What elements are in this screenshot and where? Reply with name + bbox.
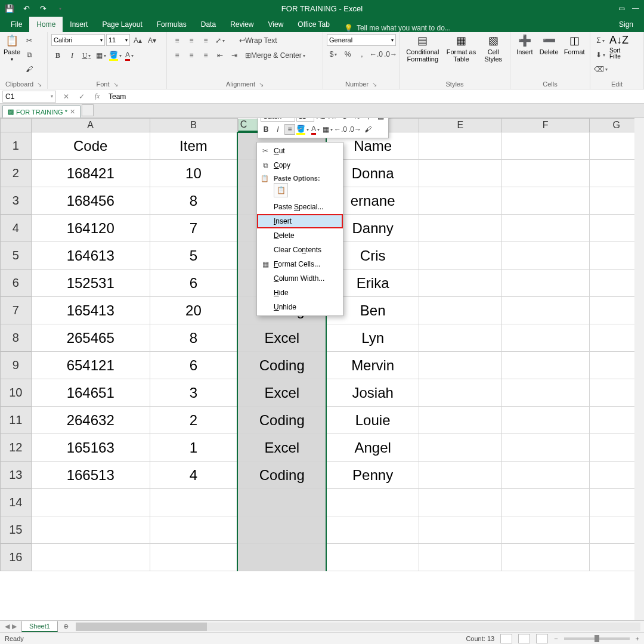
tell-me-search[interactable]: 💡 Tell me what you want to do... [344, 24, 451, 32]
mini-inc-decimal[interactable]: ←.0 [334, 124, 347, 135]
cell-D11[interactable]: Louie [326, 407, 419, 434]
cell-D14[interactable] [326, 489, 419, 516]
cell-C12[interactable]: Excel [237, 434, 326, 462]
qat-customize-dropdown[interactable] [52, 1, 67, 16]
cell-F7[interactable] [501, 297, 589, 324]
cell-C11[interactable]: Coding [237, 407, 326, 434]
mini-format-painter[interactable]: 🖌 [363, 124, 373, 135]
increase-font-button[interactable]: A▴ [131, 34, 144, 47]
undo-button[interactable]: ↶ [19, 1, 33, 16]
cell-D9[interactable]: Mervin [326, 352, 419, 379]
add-sheet-button[interactable]: ⊕ [60, 623, 72, 630]
format-as-table-button[interactable]: ▦Format as Table [445, 34, 478, 63]
cell-B6[interactable]: 6 [150, 270, 237, 297]
decrease-font-button[interactable]: A▾ [145, 34, 159, 47]
column-header-E[interactable]: E [419, 119, 502, 132]
cell-F6[interactable] [501, 270, 589, 297]
cell-B13[interactable]: 4 [150, 462, 237, 489]
tab-home[interactable]: Home [29, 17, 63, 32]
font-size-select[interactable]: 11▾ [106, 34, 130, 46]
cell-E8[interactable] [419, 324, 502, 352]
cell-F5[interactable] [501, 242, 589, 270]
mini-currency[interactable]: $ [339, 118, 350, 122]
mini-border[interactable]: ▦ [322, 124, 333, 135]
cell-A10[interactable]: 164651 [31, 379, 150, 407]
underline-button[interactable]: U [80, 49, 93, 62]
cell-D13[interactable]: Penny [326, 462, 419, 489]
cell-F13[interactable] [501, 462, 589, 489]
number-format-select[interactable]: General▾ [327, 34, 396, 46]
mini-increase-font[interactable]: A▴ [315, 118, 326, 122]
copy-button[interactable]: ⧉ [23, 48, 36, 61]
horizontal-scrollbar[interactable] [76, 623, 640, 631]
ctx-insert[interactable]: Insert [257, 214, 343, 228]
mini-font-color[interactable]: A [310, 124, 321, 135]
view-page-break-button[interactable] [536, 634, 548, 643]
sheet-tab-1[interactable]: Sheet1 [21, 621, 58, 632]
scrollbar-thumb[interactable] [76, 623, 207, 631]
cell-A4[interactable]: 164120 [31, 215, 150, 242]
font-color-button[interactable]: A [123, 49, 136, 62]
cell-F11[interactable] [501, 407, 589, 434]
cell-F15[interactable] [501, 516, 589, 544]
cell-C14[interactable] [237, 489, 326, 516]
align-top-button[interactable]: ≡ [171, 34, 184, 47]
cell-E7[interactable] [419, 297, 502, 324]
cell-F14[interactable] [501, 489, 589, 516]
cancel-formula-button[interactable]: ✕ [58, 92, 74, 101]
cell-B10[interactable]: 3 [150, 379, 237, 407]
autosum-button[interactable]: Σ [594, 34, 607, 47]
align-middle-button[interactable]: ≡ [185, 34, 198, 47]
mini-size-select[interactable]: 11▾ [296, 118, 314, 122]
cell-D12[interactable]: Angel [326, 434, 419, 462]
ctx-column-width[interactable]: Column Width... [257, 271, 343, 286]
mini-bold[interactable]: B [261, 124, 271, 135]
cell-C16[interactable] [237, 544, 326, 571]
row-header-16[interactable]: 16 [1, 544, 32, 571]
align-center-button[interactable]: ≡ [185, 49, 198, 62]
mini-align-center[interactable]: ≡ [284, 124, 295, 135]
ctx-copy[interactable]: ⧉Copy [257, 158, 343, 172]
cell-A12[interactable]: 165163 [31, 434, 150, 462]
cell-F16[interactable] [501, 544, 589, 571]
tab-file[interactable]: File [4, 17, 29, 32]
cell-A2[interactable]: 168421 [31, 160, 150, 187]
ctx-hide[interactable]: Hide [257, 286, 343, 300]
new-document-tab[interactable] [82, 104, 94, 116]
cell-B7[interactable]: 20 [150, 297, 237, 324]
row-header-14[interactable]: 14 [1, 489, 32, 516]
cell-A16[interactable] [31, 544, 150, 571]
cell-styles-button[interactable]: ▧Cell Styles [480, 34, 506, 63]
zoom-out-button[interactable]: − [554, 635, 558, 642]
orientation-button[interactable]: ⤢ [213, 34, 227, 47]
ctx-clear-contents[interactable]: Clear Contents [257, 243, 343, 257]
paste-button[interactable]: 📋 Paste ▾ [4, 34, 20, 62]
cell-A14[interactable] [31, 489, 150, 516]
cell-E1[interactable] [419, 132, 502, 160]
number-dialog-launcher[interactable]: ↘ [372, 81, 377, 88]
save-button[interactable]: 💾 [2, 1, 17, 16]
column-header-B[interactable]: B [150, 119, 237, 132]
redo-button[interactable]: ↷ [36, 1, 50, 16]
minimize-button[interactable]: — [632, 4, 639, 13]
cell-D15[interactable] [326, 516, 419, 544]
conditional-formatting-button[interactable]: ▤Conditional Formatting [403, 34, 442, 63]
column-header-F[interactable]: F [501, 119, 589, 132]
tab-insert[interactable]: Insert [63, 17, 95, 32]
cell-E14[interactable] [419, 489, 502, 516]
tab-data[interactable]: Data [194, 17, 223, 32]
insert-function-button[interactable]: fx [89, 92, 105, 101]
cell-F2[interactable] [501, 160, 589, 187]
cell-C15[interactable] [237, 516, 326, 544]
mini-comma[interactable]: , [363, 118, 374, 122]
document-tab-active[interactable]: ▨ FOR TRAINING * ✕ [2, 106, 80, 117]
ctx-unhide[interactable]: Unhide [257, 300, 343, 314]
mini-fill-color[interactable]: 🪣 [296, 124, 309, 135]
cell-D8[interactable]: Lyn [326, 324, 419, 352]
align-right-button[interactable]: ≡ [199, 49, 212, 62]
cell-A9[interactable]: 654121 [31, 352, 150, 379]
decrease-indent-button[interactable]: ⇤ [213, 49, 227, 62]
mini-font-select[interactable]: Calibri▾ [261, 118, 295, 122]
cell-E16[interactable] [419, 544, 502, 571]
cell-F10[interactable] [501, 379, 589, 407]
